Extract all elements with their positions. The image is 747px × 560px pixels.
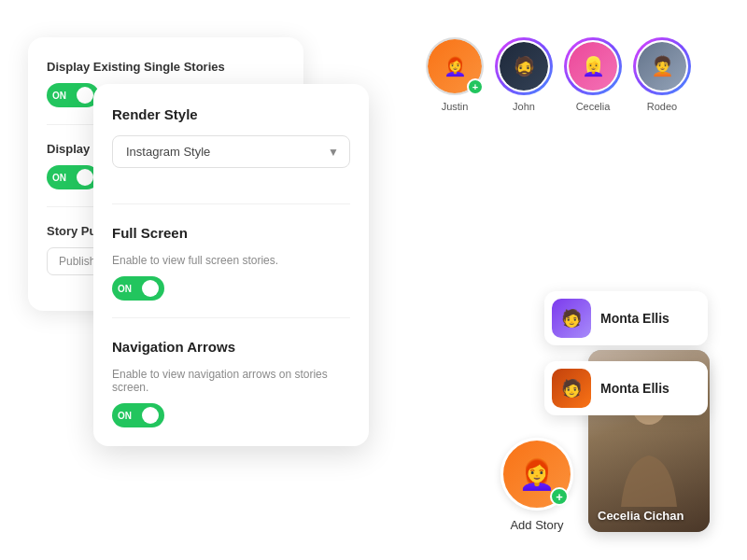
avatar-face-cecelia: 👱‍♀️ [569, 42, 617, 91]
add-story-label: Add Story [510, 518, 563, 532]
add-story-avatar-emoji: 👩‍🦰 [518, 456, 556, 492]
panel-back-label-1: Display Existing Single Stories [47, 60, 285, 74]
user-row-name-monta1: Monta Ellis [600, 311, 669, 326]
navigation-arrows-section: Navigation Arrows Enable to view navigat… [112, 339, 350, 427]
user-row-avatar-monta2: 🧑 [552, 369, 591, 408]
add-badge-justin: + [467, 78, 484, 95]
story-name-cecelia: Cecelia [576, 101, 611, 112]
toggle-on-text-1: ON [52, 91, 66, 101]
add-story-avatar: 👩‍🦰 + [500, 438, 573, 511]
settings-panel-front: Render Style Instagram Style Facebook St… [93, 84, 369, 446]
navigation-arrows-title: Navigation Arrows [112, 339, 350, 355]
avatar-ring-john: 🧔 [495, 37, 553, 95]
full-screen-subtitle: Enable to view full screen stories. [112, 254, 350, 267]
toggle-navigation-arrows[interactable]: ON [112, 403, 164, 427]
toggle-on-text-nav: ON [118, 411, 132, 421]
toggle-circle-1 [77, 87, 93, 104]
story-circle-john[interactable]: 🧔 John [495, 37, 553, 112]
render-style-dropdown-wrapper: Instagram Style Facebook Style Custom St… [112, 135, 350, 168]
full-screen-title: Full Screen [112, 225, 350, 241]
avatar-img-john: 🧔 [498, 40, 550, 92]
toggle-circle-2 [77, 169, 93, 186]
render-style-title: Render Style [112, 106, 350, 122]
navigation-arrows-subtitle: Enable to view navigation arrows on stor… [112, 368, 350, 394]
avatar-face-rodeo: 🧑‍🦱 [638, 42, 686, 91]
user-row-card-monta1[interactable]: 🧑 Monta Ellis [544, 291, 708, 345]
avatar-face-john: 🧔 [500, 42, 548, 91]
avatar-ring-cecelia: 👱‍♀️ [564, 37, 622, 95]
user-row-name-monta2: Monta Ellis [600, 381, 669, 396]
render-style-select[interactable]: Instagram Style Facebook Style Custom St… [112, 135, 350, 168]
render-style-section: Render Style Instagram Style Facebook St… [112, 106, 350, 204]
story-circles-row: 👩‍🦰 + Justin 🧔 John 👱‍♀️ Cecelia 🧑‍🦱 [426, 37, 691, 112]
story-name-john: John [513, 101, 535, 112]
user-row-avatar-monta1: 🧑 [552, 299, 591, 338]
user-avatar-face-monta2: 🧑 [552, 369, 591, 408]
story-circle-rodeo[interactable]: 🧑‍🦱 Rodeo [633, 37, 691, 112]
add-story-card[interactable]: 👩‍🦰 + Add Story [500, 438, 573, 532]
add-story-plus-icon: + [550, 487, 569, 506]
avatar-img-rodeo: 🧑‍🦱 [636, 40, 688, 92]
toggle-display-ex[interactable]: ON [47, 165, 99, 189]
story-name-rodeo: Rodeo [647, 101, 677, 112]
story-name-justin: Justin [442, 101, 469, 112]
full-screen-section: Full Screen Enable to view full screen s… [112, 225, 350, 318]
toggle-on-text-full-screen: ON [118, 284, 132, 294]
cecelia-story-name: Cecelia Cichan [598, 509, 700, 523]
toggle-full-screen[interactable]: ON [112, 276, 164, 301]
avatar-ring-rodeo: 🧑‍🦱 [633, 37, 691, 95]
toggle-display-single[interactable]: ON [47, 83, 99, 107]
user-avatar-face-monta1: 🧑 [552, 299, 591, 338]
toggle-on-text-2: ON [52, 173, 66, 183]
user-row-card-monta2[interactable]: 🧑 Monta Ellis [544, 361, 708, 415]
avatar-ring-justin: 👩‍🦰 + [426, 37, 484, 95]
story-circle-cecelia[interactable]: 👱‍♀️ Cecelia [564, 37, 622, 112]
toggle-circle-full-screen [142, 280, 159, 297]
avatar-img-cecelia: 👱‍♀️ [567, 40, 619, 92]
toggle-circle-nav [142, 407, 159, 424]
story-circle-justin[interactable]: 👩‍🦰 + Justin [426, 37, 484, 112]
